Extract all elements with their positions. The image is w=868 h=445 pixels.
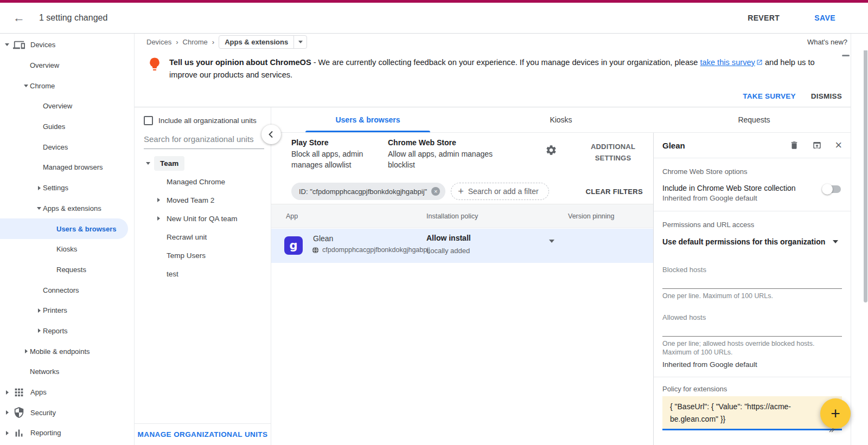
- org-unit-test[interactable]: test: [135, 265, 271, 283]
- sidebar-item-requests[interactable]: Requests: [0, 260, 134, 280]
- save-button[interactable]: SAVE: [814, 14, 835, 22]
- caret-right-icon[interactable]: [3, 431, 11, 435]
- tab-kiosks[interactable]: Kiosks: [464, 107, 658, 132]
- caret-right-icon[interactable]: [35, 308, 43, 313]
- extension-id: cfpdompphcacgpjfbonkdokgjhgabpij: [322, 246, 430, 254]
- blocked-hosts-input[interactable]: [662, 275, 842, 289]
- sidebar-item-printers[interactable]: Printers: [0, 300, 134, 321]
- org-unit-label: New Unit for QA team: [167, 215, 238, 223]
- caret-right-icon[interactable]: [154, 198, 163, 202]
- sidebar-item-networks[interactable]: Networks: [0, 362, 134, 382]
- sidebar-item-settings[interactable]: Settings: [0, 178, 134, 198]
- org-units-search-input[interactable]: [144, 134, 264, 149]
- sidebar-item-chrome[interactable]: Chrome: [0, 75, 134, 96]
- caret-right-icon[interactable]: [35, 186, 43, 190]
- installation-policy-source: Locally added: [426, 247, 470, 255]
- add-app-fab[interactable]: +: [820, 398, 851, 429]
- whats-new-link[interactable]: What's new?: [807, 38, 847, 46]
- id-filter-chip[interactable]: ID: "cfpdompphcacgpjfbonkdokgjhgabpij" ×: [291, 183, 445, 200]
- sidebar-item-reports[interactable]: Reports: [0, 321, 134, 341]
- caret-right-icon[interactable]: [3, 410, 11, 415]
- tab-users-browsers[interactable]: Users & browsers: [271, 107, 464, 132]
- caret-right-icon[interactable]: [35, 328, 43, 333]
- checkbox-icon[interactable]: [144, 116, 153, 125]
- sidebar-item-apps-extensions[interactable]: Apps & extensions: [0, 198, 134, 219]
- close-icon[interactable]: ×: [835, 139, 842, 151]
- trash-icon[interactable]: [789, 140, 799, 150]
- revert-button[interactable]: REVERT: [748, 14, 780, 22]
- tab-requests[interactable]: Requests: [658, 107, 851, 132]
- sidebar-item-overview[interactable]: Overview: [0, 96, 134, 117]
- include-all-org-units-checkbox[interactable]: Include all organizational units: [144, 116, 271, 125]
- add-filter-button[interactable]: + Search or add a filter: [451, 183, 548, 200]
- open-in-new-window-icon[interactable]: [812, 140, 822, 150]
- sidebar-item-kiosks[interactable]: Kiosks: [0, 239, 134, 260]
- permissions-dropdown[interactable]: Use default permissions for this organiz…: [662, 237, 842, 246]
- breadcrumb-devices[interactable]: Devices: [146, 38, 171, 46]
- dismiss-button[interactable]: DISMISS: [811, 92, 842, 100]
- filter-bar: ID: "cfpdompphcacgpjfbonkdokgjhgabpij" ×…: [271, 180, 653, 202]
- org-unit-new-unit-for-qa-team[interactable]: New Unit for QA team: [135, 209, 271, 228]
- sidebar-item-reporting[interactable]: Reporting: [0, 423, 134, 443]
- content-scrollbar[interactable]: [842, 55, 850, 56]
- caret-down-icon[interactable]: [22, 85, 30, 87]
- sidebar-item-apps[interactable]: Apps: [0, 382, 134, 403]
- table-row-glean[interactable]: g Glean cfpdompphcacgpjfbonkdokgjhgabpij…: [271, 229, 653, 263]
- content-right-border: [851, 34, 851, 445]
- play-store-title: Play Store: [291, 137, 385, 149]
- caret-right-icon[interactable]: [154, 216, 163, 221]
- org-unit-moved-team-2[interactable]: Moved Team 2: [135, 191, 271, 209]
- cws-collection-toggle[interactable]: [822, 184, 842, 195]
- allowed-hosts-input[interactable]: [662, 323, 842, 337]
- breadcrumb-separator-icon: ›: [212, 38, 214, 46]
- breadcrumb-caret-cell[interactable]: [293, 36, 307, 48]
- policy-for-extensions-input[interactable]: { "BaseUrl": { "Value": "https://acme-be…: [662, 396, 842, 430]
- active-tab-indicator: [305, 131, 430, 132]
- chevron-down-icon: [298, 41, 303, 43]
- sidebar-item-devices[interactable]: Devices: [0, 35, 134, 55]
- caret-down-icon[interactable]: [3, 43, 11, 46]
- org-unit-label: Temp Users: [167, 251, 206, 260]
- breadcrumb-chrome[interactable]: Chrome: [183, 38, 208, 46]
- org-unit-managed-chrome[interactable]: Managed Chrome: [135, 172, 271, 191]
- sidebar-item-label: Reports: [43, 327, 68, 335]
- policy-dropdown-icon[interactable]: [549, 240, 554, 243]
- gear-icon[interactable]: [545, 144, 557, 156]
- sidebar-item-devices[interactable]: Devices: [0, 137, 134, 157]
- collapse-panel-button[interactable]: [261, 125, 281, 144]
- play-store-setting[interactable]: Play Store Block all apps, admin manages…: [291, 137, 385, 170]
- chrome-web-store-setting[interactable]: Chrome Web Store Allow all apps, admin m…: [388, 137, 494, 170]
- org-units-footer: MANAGE ORGANIZATIONAL UNITS: [135, 423, 271, 445]
- caret-right-icon[interactable]: [22, 349, 30, 353]
- take-this-survey-link[interactable]: take this survey: [700, 58, 755, 67]
- sidebar-item-mobile-endpoints[interactable]: Mobile & endpoints: [0, 341, 134, 362]
- sidebar-item-security[interactable]: Security: [0, 402, 134, 423]
- org-unit-recrawl-unit[interactable]: Recrawl unit: [135, 228, 271, 246]
- org-unit-label: Managed Chrome: [167, 178, 225, 186]
- caret-right-icon[interactable]: [3, 390, 11, 395]
- org-unit-team[interactable]: Team: [135, 154, 271, 172]
- breadcrumb-current-dropdown[interactable]: Apps & extensions: [219, 35, 307, 49]
- clear-filters-button[interactable]: CLEAR FILTERS: [586, 188, 643, 196]
- sidebar-item-connectors[interactable]: Connectors: [0, 280, 134, 300]
- glean-app-icon: g: [284, 236, 303, 255]
- org-unit-temp-users[interactable]: Temp Users: [135, 246, 271, 265]
- installation-policy-value: Allow install: [426, 234, 471, 242]
- devices-icon: [13, 39, 25, 51]
- sidebar-scrollbar[interactable]: [864, 47, 867, 302]
- sidebar-item-label: Guides: [43, 122, 65, 131]
- caret-down-icon[interactable]: [35, 207, 43, 210]
- policy-for-extensions-label: Policy for extensions: [662, 385, 842, 393]
- take-survey-button[interactable]: TAKE SURVEY: [743, 92, 796, 100]
- sidebar-item-guides[interactable]: Guides: [0, 117, 134, 137]
- remove-filter-icon[interactable]: ×: [431, 187, 440, 196]
- additional-settings-button[interactable]: ADDITIONAL SETTINGS: [573, 141, 653, 164]
- sidebar-item-managed-browsers[interactable]: Managed browsers: [0, 157, 134, 178]
- security-icon: [13, 407, 25, 418]
- sidebar-item-users-browsers[interactable]: Users & browsers: [0, 218, 128, 239]
- back-arrow-icon[interactable]: ←: [13, 12, 25, 24]
- sidebar-item-overview[interactable]: Overview: [0, 55, 134, 76]
- manage-org-units-link[interactable]: MANAGE ORGANIZATIONAL UNITS: [138, 430, 268, 438]
- caret-down-icon[interactable]: [143, 162, 153, 165]
- org-units-tree: TeamManaged ChromeMoved Team 2New Unit f…: [135, 154, 271, 283]
